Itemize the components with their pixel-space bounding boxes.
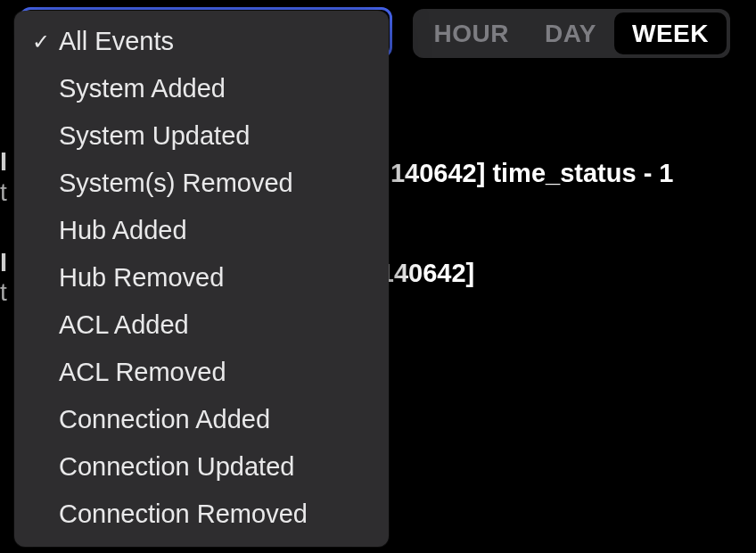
log-line-1: 3:J140642] time_status - 1: [353, 159, 673, 188]
dropdown-item-all-events[interactable]: ✓ All Events: [14, 18, 389, 65]
time-seg-week[interactable]: WEEK: [614, 12, 727, 54]
dropdown-item-system-added[interactable]: ✓ System Added: [14, 65, 389, 112]
dropdown-item-label: System Updated: [59, 121, 250, 151]
dropdown-item-system-updated[interactable]: ✓ System Updated: [14, 112, 389, 160]
time-seg-label: DAY: [545, 20, 596, 48]
dropdown-item-label: Hub Removed: [59, 263, 224, 293]
dropdown-item-hub-removed[interactable]: ✓ Hub Removed: [14, 254, 389, 301]
dropdown-item-acl-removed[interactable]: ✓ ACL Removed: [14, 349, 389, 396]
dropdown-item-label: Connection Added: [59, 405, 270, 434]
time-seg-hour[interactable]: HOUR: [416, 12, 527, 54]
dropdown-item-label: All Events: [59, 27, 174, 56]
dropdown-item-label: Hub Added: [59, 216, 187, 245]
dropdown-item-label: ACL Removed: [59, 358, 226, 387]
time-range-toggle: HOUR DAY WEEK: [413, 9, 731, 58]
dropdown-item-label: Connection Removed: [59, 499, 308, 529]
dropdown-item-label: ACL Added: [59, 310, 189, 340]
time-seg-label: HOUR: [434, 20, 509, 48]
time-seg-day[interactable]: DAY: [527, 12, 614, 54]
log-line-sub: t: [0, 278, 7, 307]
dropdown-item-connection-added[interactable]: ✓ Connection Added: [14, 396, 389, 443]
dropdown-item-label: System Added: [59, 74, 226, 103]
log-line-sub: t: [0, 178, 7, 207]
dropdown-item-label: Connection Updated: [59, 452, 294, 482]
dropdown-item-acl-added[interactable]: ✓ ACL Added: [14, 301, 389, 349]
dropdown-item-label: System(s) Removed: [59, 169, 293, 198]
dropdown-item-hub-added[interactable]: ✓ Hub Added: [14, 207, 389, 254]
log-line-prefix: I: [0, 248, 7, 277]
dropdown-item-connection-removed[interactable]: ✓ Connection Removed: [14, 491, 389, 538]
dropdown-item-systems-removed[interactable]: ✓ System(s) Removed: [14, 160, 389, 207]
dropdown-item-connection-updated[interactable]: ✓ Connection Updated: [14, 443, 389, 491]
log-line-prefix: I: [0, 147, 7, 177]
time-seg-label: WEEK: [632, 20, 709, 48]
event-filter-dropdown: ✓ All Events ✓ System Added ✓ System Upd…: [14, 11, 389, 547]
check-icon: ✓: [32, 29, 59, 54]
